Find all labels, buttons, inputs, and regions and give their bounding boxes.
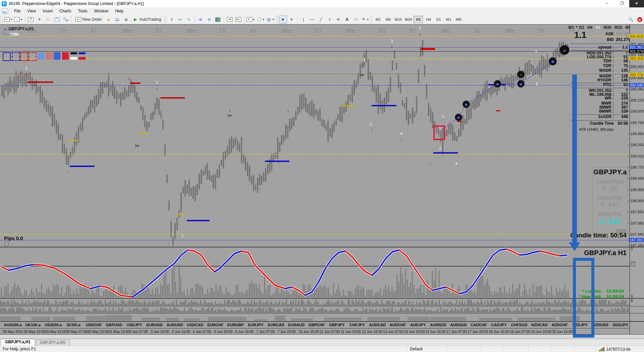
close-button[interactable]: ✕ — [629, 0, 644, 7]
symbol-strip-item-euraud[interactable]: EURAUD — [288, 323, 305, 327]
menu-insert[interactable]: Insert — [39, 8, 56, 14]
templates-button[interactable]: ▤▼ — [266, 15, 275, 23]
object-swatch-10[interactable] — [79, 52, 86, 60]
chart-tf-w1[interactable]: W1 — [568, 25, 574, 30]
symbol-strip-item-eurjpy[interactable]: EURJPY — [248, 323, 264, 327]
symbol-strip-item-aus200.a[interactable]: AUS200.a — [4, 323, 21, 327]
trade-level-segment[interactable] — [70, 140, 78, 141]
symbol-strip-item-usdchf[interactable]: USDCHF — [86, 323, 102, 327]
trade-level-segment[interactable] — [265, 161, 289, 162]
trendline-button[interactable]: ╱ — [317, 15, 325, 23]
data-folder-button[interactable]: 🗀 — [44, 15, 52, 23]
market-button[interactable]: 🕮 — [113, 15, 121, 23]
periods-button[interactable]: 🕐▼ — [256, 15, 265, 23]
object-swatch-7[interactable] — [54, 52, 60, 60]
symbol-strip-item-eurcad[interactable]: EURCAD — [268, 323, 284, 327]
menu-help[interactable]: Help — [112, 8, 127, 14]
symbol-strip-item-audjpy[interactable]: AUDJPY — [410, 323, 426, 327]
trade-level-segment[interactable] — [176, 214, 185, 215]
vertical-line-button[interactable]: | — [300, 15, 308, 23]
symbol-strip-item-nzdchf[interactable]: NZDCHF — [552, 323, 568, 327]
panel-separator[interactable] — [0, 247, 644, 247]
autotrading-button[interactable]: ▶ AutoTrading — [131, 15, 163, 23]
community-button[interactable]: ● — [636, 15, 644, 23]
symbol-strip-item-gbpusd[interactable]: GBPUSD — [106, 323, 122, 327]
menu-tools[interactable]: Tools — [75, 8, 91, 14]
chart-shift-button[interactable]: ⇤ — [234, 15, 243, 23]
object-swatch-6[interactable] — [46, 52, 53, 60]
chart-tf-m30[interactable]: M30 — [604, 25, 611, 30]
object-swatch-4[interactable] — [29, 52, 37, 61]
chart-area[interactable]: WeThFrMoTuWeThFrMoTuWeThFrMoTuWeThFr 311… — [0, 24, 644, 339]
trade-level-segment[interactable] — [187, 220, 210, 221]
auto-scroll-button[interactable]: ⇥ — [226, 15, 234, 23]
object-swatch-8[interactable] — [62, 52, 69, 60]
object-swatch-5[interactable] — [38, 52, 44, 60]
terminal-button[interactable]: ≡≡ — [53, 15, 61, 23]
symbol-strip-item-chfjpy[interactable]: CHFJPY — [350, 323, 365, 327]
trade-level-segment[interactable] — [160, 97, 185, 99]
timeframe-button-h4[interactable]: H4 — [424, 16, 433, 23]
line-chart-button[interactable]: ∿ — [185, 15, 193, 23]
symbol-strip-item-gbpchf[interactable]: GBPCHF — [309, 323, 325, 327]
symbol-strip-item-chfsgd[interactable]: CHFSGD — [511, 323, 528, 327]
new-order-button[interactable]: + New Order — [73, 15, 104, 23]
tile-windows-button[interactable] — [214, 15, 222, 23]
symbol-strip-item-nzdusd[interactable]: NZDUSD — [592, 323, 608, 327]
timeframe-button-m15[interactable]: M15 — [393, 16, 403, 23]
signals-button[interactable]: ◉ — [122, 15, 130, 23]
symbol-strip-item-cadchf[interactable]: CADCHF — [471, 323, 487, 327]
channel-button[interactable]: ⫽ — [326, 15, 334, 23]
market-watch-button[interactable]: ↗ — [27, 15, 35, 23]
new-chart-button[interactable]: +▼ — [4, 15, 13, 23]
arrows-button[interactable]: ⚑▼ — [361, 15, 370, 23]
crosshair-button[interactable]: ✛ — [288, 15, 296, 23]
profiles-button[interactable]: ↔▼ — [14, 15, 23, 23]
trade-level-segment[interactable] — [372, 105, 396, 106]
trade-level-segment[interactable] — [70, 166, 95, 167]
yellow-level-line[interactable] — [0, 75, 630, 75]
chart-tf-dropdown[interactable]: ▾ — [576, 25, 578, 30]
blue-dashed-level-line[interactable] — [0, 74, 630, 74]
search-button[interactable]: 🔍 — [627, 15, 635, 23]
red-rectangle-annotation[interactable] — [433, 125, 445, 140]
timeframe-button-d1[interactable]: D1 — [434, 16, 443, 23]
blue-dashed-level-line[interactable] — [0, 240, 630, 240]
timeframe-button-mn[interactable]: MN — [454, 16, 463, 23]
timeframe-button-w1[interactable]: W1 — [444, 16, 453, 23]
symbol-strip-item-usdjpy[interactable]: USDJPY — [126, 323, 142, 327]
indicators-button[interactable]: +▼ — [246, 15, 256, 23]
symbol-strip-item-audsgd[interactable]: AUDSGD — [450, 323, 467, 327]
maximize-button[interactable]: ❐ — [614, 0, 629, 7]
symbol-strip-item-usdcad[interactable]: USDCAD — [187, 323, 203, 327]
strategy-tester-button[interactable]: 🔍̶ — [62, 15, 70, 23]
symbol-strip-item-audchf[interactable]: AUDCHF — [389, 323, 406, 327]
object-swatch-9[interactable] — [70, 52, 77, 60]
fibonacci-button[interactable]: ≋ — [334, 15, 342, 23]
menu-charts[interactable]: Charts — [56, 8, 74, 14]
chart-tf-h1[interactable]: H1 — [595, 25, 600, 30]
chart-tab-gbpjpy-a-h1[interactable]: GBPJPY.a,H1 — [1, 339, 35, 346]
minimize-button[interactable]: – — [600, 0, 614, 7]
symbol-strip-item-uk100.a[interactable]: UK100.a — [25, 323, 41, 327]
chart-tf-m15[interactable]: M15 — [614, 25, 622, 30]
bar-chart-button[interactable]: ıl — [167, 15, 175, 23]
trade-level-segment[interactable] — [496, 110, 500, 111]
symbol-strip-item-audnzd[interactable]: AUDNZD — [430, 323, 446, 327]
navigator-button[interactable]: ✛ — [36, 15, 44, 23]
object-swatch-2[interactable] — [12, 52, 20, 61]
symbol-strip-item-nzdcad[interactable]: NZDCAD — [531, 323, 548, 327]
panel-separator[interactable] — [0, 321, 644, 322]
zoom-out-button[interactable]: ⊖ — [205, 15, 213, 23]
timeframe-button-m30[interactable]: M30 — [404, 16, 413, 23]
timeframe-button-m5[interactable]: M5 — [383, 16, 393, 23]
menu-view[interactable]: View — [24, 8, 39, 14]
timeframe-button-h1[interactable]: H1 — [414, 16, 423, 23]
trade-level-segment[interactable] — [421, 48, 435, 50]
object-swatch-3[interactable] — [20, 52, 28, 61]
symbol-strip-item-gbpjpy[interactable]: GBPJPY — [329, 323, 345, 327]
symbol-strip-item-eurgbp[interactable]: EURGBP — [227, 323, 244, 327]
candlestick-button[interactable]: ⫞⫟ — [176, 15, 184, 23]
trade-level-segment[interactable] — [27, 81, 53, 83]
menu-file[interactable]: File — [11, 8, 24, 14]
